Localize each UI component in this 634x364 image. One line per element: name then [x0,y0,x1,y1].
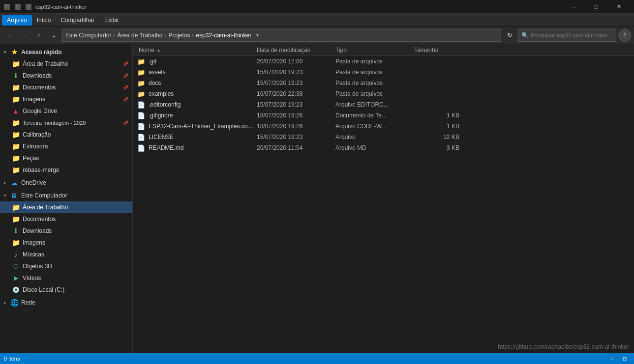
sidebar-item-area-trabalho-quick[interactable]: 📁 Área de Trabalho 📌 [0,58,132,70]
file-row[interactable]: 📄 LICENSE 15/07/2020 19:23 Arquivo 12 KB [133,132,634,142]
col-name-label: Nome [139,47,154,54]
file-date: 15/07/2020 19:23 [257,80,335,86]
sidebar-item-terceira-montagem[interactable]: 📁 Terceira montagem - 2020 📌 [0,117,132,129]
menu-compartilhar[interactable]: Compartilhar [56,15,99,26]
breadcrumb-current: esp32-cam-ai-thinker [196,32,251,39]
sidebar-item-disco-local[interactable]: 💿 Disco Local (C:) [0,284,132,296]
sidebar-item-este-computador[interactable]: ▾ 🖥 Este Computador [0,190,132,201]
file-row[interactable]: 📁 .git 20/07/2020 12:00 Pasta de arquivo… [133,56,634,67]
file-row[interactable]: 📁 examples 16/07/2020 22:38 Pasta de arq… [133,88,634,99]
file-row[interactable]: 📁 assets 15/07/2020 19:23 Pasta de arqui… [133,67,634,78]
file-row[interactable]: 📄 ESP32-Cam-AI-Thinker_Examples.code-...… [133,121,634,132]
column-header-date[interactable]: Data de modificação [255,44,333,56]
folder-icon: 📁 [137,68,146,77]
sidebar-item-extrusora[interactable]: 📁 Extrusora [0,140,132,152]
file-row[interactable]: 📄 README.md 20/07/2020 11:54 Arquivo MD … [133,142,634,153]
window-title: esp32-cam-ai-thinker [35,4,562,10]
sidebar-label-disco-local: Disco Local (C:) [23,286,64,293]
sidebar-item-downloads-quick[interactable]: ⬇ Downloads 📌 [0,70,132,82]
sidebar-label-objetos-3d: Objetos 3D [23,263,52,270]
search-input[interactable] [531,32,613,38]
help-button[interactable]: ? [618,29,631,42]
folder-icon-10: 📁 [12,215,20,223]
folder-icon: 📁 [12,60,20,68]
col-date-label: Data de modificação [257,47,310,54]
file-icon: 📄 [137,133,146,141]
menu-exibir[interactable]: Exibir [99,15,124,26]
folder-icon-4: 📁 [12,119,20,127]
sidebar-label-imagens-comp: Imagens [23,239,45,246]
sidebar-item-pecas[interactable]: 📁 Peças [0,152,132,164]
menu-inicio[interactable]: Início [32,15,56,26]
file-name: .gitignore [149,112,257,119]
address-bar[interactable]: Este Computador › Área de Trabalho › Pro… [62,29,501,42]
folder-icon: 📁 [137,57,146,66]
file-date: 15/07/2020 19:23 [257,69,335,76]
file-type: Arquivo EDITORC... [335,101,414,108]
file-type: Pasta de arquivos [335,80,414,86]
folder-icon-3: 📁 [12,95,20,103]
sidebar-item-documentos-quick[interactable]: 📁 Documentos 📌 [0,82,132,93]
sidebar-item-calibracao[interactable]: 📁 Calibração [0,129,132,140]
star-icon: ★ [10,48,18,56]
sidebar-item-objetos-3d[interactable]: ⬡ Objetos 3D [0,260,132,272]
sidebar-item-musicas[interactable]: ♪ Músicas [0,249,132,260]
file-size: 12 KB [414,134,463,140]
grid-view-button[interactable]: ⊞ [619,355,630,363]
sidebar-item-onedrive[interactable]: ▸ ☁ OneDrive [0,177,132,189]
search-box[interactable]: 🔍 [518,29,616,42]
column-header-type[interactable]: Tipo [333,44,412,56]
expand-icon-4: ▸ [4,300,6,305]
sidebar-item-rebase-merge[interactable]: 📁 rebase-merge [0,164,132,176]
sidebar-item-area-trabalho-comp[interactable]: 📁 Área de Trabalho [0,201,132,213]
file-row[interactable]: 📄 .gitignore 18/07/2020 19:26 Documento … [133,110,634,121]
file-row[interactable]: 📁 docs 15/07/2020 19:23 Pasta de arquivo… [133,78,634,88]
video-icon: ▶ [12,274,20,282]
column-header-name[interactable]: Nome ▲ [137,44,255,56]
sidebar-label-documentos-comp: Documentos [23,216,56,223]
recent-button[interactable]: ⌄ [47,29,60,42]
close-button[interactable]: ✕ [607,0,630,14]
title-bar: □ □ □ esp32-cam-ai-thinker ─ □ ✕ [0,0,634,14]
file-list: 📁 .git 20/07/2020 12:00 Pasta de arquivo… [133,56,634,353]
sidebar-item-imagens-quick[interactable]: 📁 Imagens 📌 [0,93,132,105]
back-button[interactable]: ← [3,29,16,42]
column-headers: Nome ▲ Data de modificação Tipo Tamanho [133,44,634,56]
sidebar-item-documentos-comp[interactable]: 📁 Documentos [0,213,132,225]
file-icon: 📄 [137,111,146,120]
maximize-button[interactable]: □ [585,0,607,14]
refresh-button[interactable]: ↻ [503,29,516,42]
app-icon-3: □ [26,4,31,10]
sidebar-item-google-drive[interactable]: ▲ Google Drive [0,105,132,117]
menu-arquivo[interactable]: Arquivo [2,15,32,26]
content-area: Nome ▲ Data de modificação Tipo Tamanho … [133,44,634,353]
column-header-size[interactable]: Tamanho [412,44,461,56]
forward-button[interactable]: → [18,29,30,42]
sidebar-item-rede[interactable]: ▸ 🌐 Rede [0,297,132,308]
network-icon: 🌐 [10,299,18,307]
folder-icon: 📁 [137,79,146,87]
sidebar-label-extrusora: Extrusora [23,143,48,150]
file-row[interactable]: 📄 .editorconfig 15/07/2020 19:23 Arquivo… [133,99,634,110]
sidebar-item-downloads-comp[interactable]: ⬇ Downloads [0,225,132,237]
file-type: Arquivo CODE-W... [335,123,414,130]
address-chevron[interactable]: ▾ [253,31,261,39]
file-type: Arquivo MD [335,144,414,151]
col-type-label: Tipo [335,47,347,54]
expand-icon: ▾ [4,50,6,55]
file-size: 1 KB [414,123,463,130]
up-button[interactable]: ↑ [32,29,45,42]
sidebar-item-imagens-comp[interactable]: 📁 Imagens [0,237,132,249]
sidebar-label-videos: Vídeos [23,275,41,281]
sidebar-item-acesso-rapido[interactable]: ▾ ★ Acesso rápido [0,46,132,58]
sidebar-label-google-drive: Google Drive [23,108,57,114]
file-icon: 📄 [137,143,146,152]
minimize-button[interactable]: ─ [562,0,585,14]
sidebar-label-rebase-merge: rebase-merge [23,167,60,173]
download-icon-2: ⬇ [12,227,20,235]
file-size: 1 KB [414,112,463,119]
title-bar-icons: □ □ □ [4,4,31,10]
sidebar-label-computador: Este Computador [21,192,67,199]
sidebar-item-videos[interactable]: ▶ Vídeos [0,272,132,284]
list-view-button[interactable]: ≡ [606,355,617,363]
